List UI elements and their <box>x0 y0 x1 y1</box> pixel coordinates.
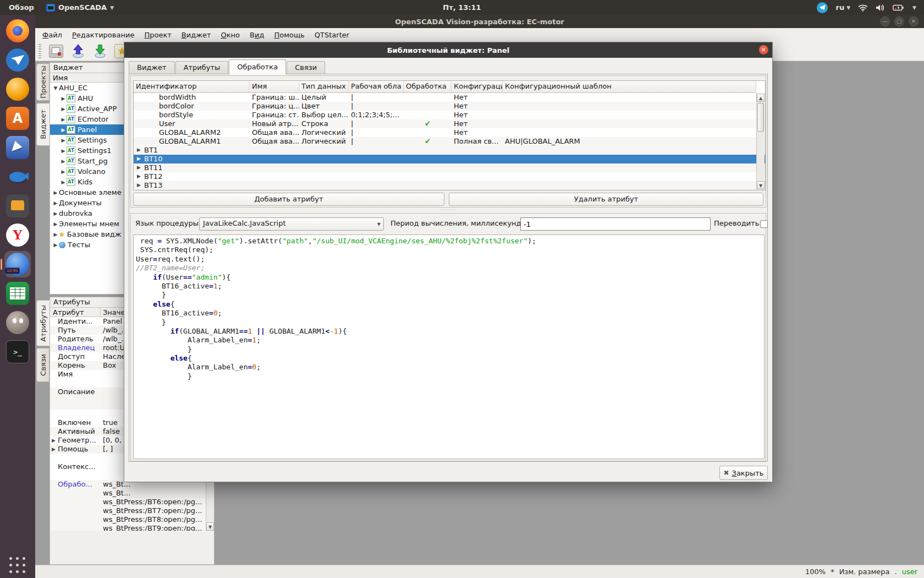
scroll-up-icon[interactable]: ▲ <box>757 94 765 102</box>
activities-button[interactable]: Обзор <box>6 3 37 12</box>
column-header[interactable]: Имя <box>250 81 299 93</box>
system-menu-chevron-icon[interactable]: ▼ <box>912 5 916 10</box>
dock-terminal[interactable] <box>4 339 31 365</box>
dock-bluefish[interactable] <box>4 163 31 190</box>
expander-icon[interactable]: ▶ <box>137 172 144 181</box>
remove-attribute-button[interactable]: Удалить атрибут <box>449 193 763 206</box>
toolbar-grip[interactable] <box>38 44 41 58</box>
expander-icon[interactable]: ▼ <box>52 85 59 91</box>
column-header[interactable]: Конфигурационный шаблон <box>503 81 756 93</box>
dock-remote-viewer[interactable] <box>4 134 31 161</box>
minimize-button[interactable]: — <box>880 17 890 26</box>
battery-icon[interactable] <box>893 4 905 11</box>
dock-thunderbird[interactable] <box>4 47 31 73</box>
menu-item-widget[interactable]: Виджет <box>177 30 216 40</box>
dialog-titlebar[interactable]: Библиотечный виджет: Panel ✕ <box>124 42 772 58</box>
dialog-tab-attributes[interactable]: Атрибуты <box>175 61 229 74</box>
sidebar-tab-widget[interactable]: Виджет <box>36 103 50 146</box>
column-header[interactable]: Конфигураци <box>452 81 503 93</box>
attr-table-row-GLOBAL_ALARM2[interactable]: GLOBAL_ALARM2Общая ава...Логический|Нет <box>134 128 765 137</box>
procedure-code-editor[interactable]: req = SYS.XMLNode("get").setAttr("path",… <box>133 235 765 459</box>
attr-table-row-GLOBAL_ALARM1[interactable]: GLOBAL_ALARM1Общая ава...Логический|✔Пол… <box>134 137 765 146</box>
scroll-down-icon[interactable]: ▼ <box>757 181 765 189</box>
window-titlebar[interactable]: OpenSCADA Vision-разработка: EC-motor — … <box>35 15 924 28</box>
dock-software-a[interactable] <box>4 105 31 132</box>
expander-icon[interactable]: ▶ <box>60 96 67 101</box>
dock-gimp[interactable] <box>4 309 31 336</box>
expander-icon[interactable]: ▶ <box>60 127 67 133</box>
calc-period-input[interactable] <box>520 217 711 231</box>
bt-table-row-BT10[interactable]: ▶BT10 <box>134 155 765 163</box>
expander-icon[interactable]: ▶ <box>52 242 59 248</box>
telegram-tray-icon[interactable] <box>817 2 828 13</box>
app-grid-button[interactable] <box>9 557 26 574</box>
dock-yandex[interactable] <box>4 222 31 248</box>
expander-icon[interactable]: ▶ <box>60 138 67 143</box>
expander-icon[interactable]: ▶ <box>52 438 56 443</box>
dock-amber-ball[interactable] <box>4 76 31 102</box>
add-attribute-button[interactable]: Добавить атрибут <box>133 193 444 206</box>
sidebar-tab-projects[interactable]: Проекты <box>36 63 50 101</box>
bt-table-row-BT11[interactable]: ▶BT11 <box>134 163 765 172</box>
attr-column-header[interactable]: Атрибут <box>50 308 101 317</box>
sidebar-tab-attributes[interactable]: Атрибуты <box>36 300 50 346</box>
save-to-db-icon[interactable] <box>92 43 108 59</box>
menu-item-project[interactable]: Проект <box>139 30 176 40</box>
column-header[interactable]: Рабочая обла <box>349 81 404 93</box>
menu-item-qtstarter[interactable]: QTStarter <box>310 30 354 40</box>
expander-icon[interactable]: ▶ <box>52 211 59 216</box>
bt-table-row-BT13[interactable]: ▶BT13 <box>134 181 765 190</box>
scrollbar-thumb[interactable] <box>757 103 764 132</box>
volume-icon[interactable] <box>876 4 885 12</box>
dock-openscada[interactable] <box>4 251 31 277</box>
expander-icon[interactable]: ▶ <box>52 200 59 206</box>
expander-icon[interactable]: ▶ <box>52 446 56 452</box>
expander-icon[interactable]: ▶ <box>52 221 59 227</box>
attr-row[interactable]: Обрабо...ws_Bt...ws_Bt...ws_BtPress:/BT6… <box>50 480 206 531</box>
column-header[interactable]: Обработка <box>404 81 452 93</box>
bt-table-row-BT12[interactable]: ▶BT12 <box>134 172 765 181</box>
menu-item-view[interactable]: Вид <box>245 30 269 40</box>
expander-icon[interactable]: ▶ <box>137 181 144 190</box>
dock-firefox[interactable] <box>4 18 31 44</box>
column-header[interactable]: Тип данных <box>299 81 349 93</box>
menu-item-file[interactable]: Файл <box>37 30 67 40</box>
menu-item-help[interactable]: Помощь <box>269 30 309 40</box>
attr-table-row-bordStyle[interactable]: bordStyleГраница: ст...Выбор цел...0;1;2… <box>134 111 765 119</box>
expander-icon[interactable]: ▶ <box>52 232 59 237</box>
expander-icon[interactable]: ▶ <box>52 190 59 195</box>
expander-icon[interactable]: ▶ <box>137 163 144 172</box>
maximize-button[interactable]: ▢ <box>894 17 904 26</box>
expander-icon[interactable]: ▶ <box>60 148 67 154</box>
dialog-tab-links[interactable]: Связи <box>287 61 325 74</box>
scroll-down-icon[interactable]: ▼ <box>206 522 214 531</box>
keyboard-layout-indicator[interactable]: ru ▼ <box>835 3 850 12</box>
wifi-icon[interactable] <box>858 4 868 12</box>
clock[interactable]: Пт, 13:11 <box>443 3 481 12</box>
proc-language-select[interactable]: JavaLikeCalc.JavaScript ▼ <box>199 217 384 231</box>
dialog-close-icon[interactable]: ✕ <box>759 45 768 54</box>
column-header[interactable]: Идентификатор <box>134 81 250 93</box>
attr-table-row-bordWidth[interactable]: bordWidthГраница: ш...Целый|Нет <box>134 93 765 102</box>
dialog-tab-processing[interactable]: Обработка <box>229 59 286 74</box>
dock-files[interactable] <box>4 193 31 219</box>
expander-icon[interactable]: ▶ <box>137 146 144 155</box>
dock-spreadsheet[interactable] <box>4 280 31 307</box>
expander-icon[interactable]: ▶ <box>60 169 67 175</box>
attr-table-row-User[interactable]: UserНовый атр...Строка|✔Нет <box>134 119 765 128</box>
expander-icon[interactable]: ▶ <box>60 106 67 112</box>
widget-dev-toolbar-icon[interactable] <box>48 43 64 59</box>
expander-icon[interactable]: ▶ <box>60 159 67 164</box>
sidebar-tab-links[interactable]: Связи <box>36 348 50 382</box>
menu-item-edit[interactable]: Редактирование <box>67 30 139 40</box>
dialog-close-button[interactable]: ✖Закрыть <box>719 466 768 480</box>
table-scrollbar[interactable]: ▲ ▼ <box>756 94 765 189</box>
expander-icon[interactable]: ▶ <box>60 179 67 185</box>
expander-icon[interactable]: ▶ <box>60 117 67 122</box>
translate-checkbox[interactable] <box>760 220 768 228</box>
app-menu[interactable]: OpenSCADA ▼ <box>46 3 114 12</box>
menu-item-window[interactable]: Окно <box>216 30 245 40</box>
splitter-handle[interactable]: ······ <box>130 209 766 212</box>
attr-table-row-bordColor[interactable]: bordColorГраница: ц...Цвет|Нет <box>134 102 765 111</box>
expander-icon[interactable]: ▶ <box>137 155 144 163</box>
